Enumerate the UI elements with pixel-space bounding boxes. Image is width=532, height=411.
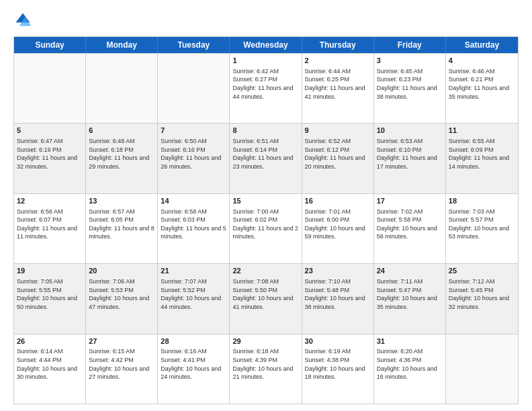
day-info: Sunrise: 6:52 AM Sunset: 6:12 PM Dayligh… bbox=[305, 137, 371, 171]
day-number: 20 bbox=[89, 266, 154, 276]
day-number: 7 bbox=[161, 126, 226, 136]
calendar-cell: 31Sunrise: 6:20 AM Sunset: 4:36 PM Dayli… bbox=[374, 334, 446, 404]
day-info: Sunrise: 7:02 AM Sunset: 5:58 PM Dayligh… bbox=[377, 208, 443, 241]
calendar-cell bbox=[86, 54, 158, 123]
day-number: 15 bbox=[232, 196, 298, 206]
day-number: 18 bbox=[449, 196, 515, 206]
day-info: Sunrise: 6:42 AM Sunset: 6:27 PM Dayligh… bbox=[232, 67, 298, 101]
calendar-cell: 13Sunrise: 6:57 AM Sunset: 6:05 PM Dayli… bbox=[86, 194, 158, 263]
day-number: 22 bbox=[232, 266, 298, 276]
day-info: Sunrise: 6:44 AM Sunset: 6:25 PM Dayligh… bbox=[305, 67, 371, 101]
day-info: Sunrise: 7:10 AM Sunset: 5:48 PM Dayligh… bbox=[305, 277, 371, 311]
day-info: Sunrise: 6:19 AM Sunset: 4:38 PM Dayligh… bbox=[305, 347, 371, 381]
day-number: 30 bbox=[305, 336, 371, 347]
calendar-cell: 9Sunrise: 6:52 AM Sunset: 6:12 PM Daylig… bbox=[302, 124, 374, 193]
calendar-cell: 14Sunrise: 6:58 AM Sunset: 6:03 PM Dayli… bbox=[158, 194, 230, 263]
calendar-cell: 4Sunrise: 6:46 AM Sunset: 6:21 PM Daylig… bbox=[446, 54, 518, 123]
calendar-cell: 20Sunrise: 7:06 AM Sunset: 5:53 PM Dayli… bbox=[86, 264, 158, 333]
logo bbox=[13, 11, 35, 30]
day-info: Sunrise: 6:50 AM Sunset: 6:16 PM Dayligh… bbox=[161, 137, 226, 171]
calendar-cell: 2Sunrise: 6:44 AM Sunset: 6:25 PM Daylig… bbox=[302, 54, 374, 123]
week-row-4: 26Sunrise: 6:14 AM Sunset: 4:44 PM Dayli… bbox=[14, 334, 518, 404]
calendar-cell: 26Sunrise: 6:14 AM Sunset: 4:44 PM Dayli… bbox=[14, 334, 86, 404]
day-info: Sunrise: 6:55 AM Sunset: 6:09 PM Dayligh… bbox=[449, 137, 515, 171]
week-row-3: 19Sunrise: 7:05 AM Sunset: 5:55 PM Dayli… bbox=[14, 263, 518, 333]
day-info: Sunrise: 6:58 AM Sunset: 6:03 PM Dayligh… bbox=[161, 208, 226, 241]
day-number: 29 bbox=[232, 336, 298, 347]
day-info: Sunrise: 6:56 AM Sunset: 6:07 PM Dayligh… bbox=[17, 208, 83, 241]
day-info: Sunrise: 6:45 AM Sunset: 6:23 PM Dayligh… bbox=[377, 67, 443, 101]
day-number: 5 bbox=[17, 126, 83, 136]
logo-icon bbox=[13, 11, 32, 30]
week-row-2: 12Sunrise: 6:56 AM Sunset: 6:07 PM Dayli… bbox=[14, 193, 518, 263]
calendar-cell: 29Sunrise: 6:18 AM Sunset: 4:39 PM Dayli… bbox=[230, 334, 302, 404]
day-info: Sunrise: 7:07 AM Sunset: 5:52 PM Dayligh… bbox=[161, 277, 226, 311]
calendar-cell: 15Sunrise: 7:00 AM Sunset: 6:02 PM Dayli… bbox=[230, 194, 302, 263]
header bbox=[13, 11, 519, 30]
day-info: Sunrise: 6:46 AM Sunset: 6:21 PM Dayligh… bbox=[449, 67, 515, 101]
day-number: 24 bbox=[377, 266, 443, 276]
calendar-cell: 18Sunrise: 7:03 AM Sunset: 5:57 PM Dayli… bbox=[446, 194, 518, 263]
calendar-cell: 6Sunrise: 6:48 AM Sunset: 6:18 PM Daylig… bbox=[86, 124, 158, 193]
day-number: 11 bbox=[449, 126, 515, 136]
day-info: Sunrise: 7:08 AM Sunset: 5:50 PM Dayligh… bbox=[232, 277, 298, 311]
day-info: Sunrise: 7:11 AM Sunset: 5:47 PM Dayligh… bbox=[377, 277, 443, 311]
day-header-monday: Monday bbox=[86, 37, 158, 53]
calendar-cell: 12Sunrise: 6:56 AM Sunset: 6:07 PM Dayli… bbox=[14, 194, 86, 263]
day-header-wednesday: Wednesday bbox=[230, 37, 302, 53]
calendar-cell bbox=[158, 54, 230, 123]
day-number: 9 bbox=[305, 126, 371, 136]
day-number: 13 bbox=[89, 196, 154, 206]
day-info: Sunrise: 6:16 AM Sunset: 4:41 PM Dayligh… bbox=[161, 347, 226, 381]
day-number: 6 bbox=[89, 126, 154, 136]
calendar-cell: 27Sunrise: 6:15 AM Sunset: 4:42 PM Dayli… bbox=[86, 334, 158, 404]
calendar-cell: 28Sunrise: 6:16 AM Sunset: 4:41 PM Dayli… bbox=[158, 334, 230, 404]
day-info: Sunrise: 7:01 AM Sunset: 6:00 PM Dayligh… bbox=[305, 208, 371, 241]
day-header-saturday: Saturday bbox=[446, 37, 518, 53]
calendar-cell: 11Sunrise: 6:55 AM Sunset: 6:09 PM Dayli… bbox=[446, 124, 518, 193]
calendar-body: 1Sunrise: 6:42 AM Sunset: 6:27 PM Daylig… bbox=[14, 53, 518, 404]
calendar-cell: 10Sunrise: 6:53 AM Sunset: 6:10 PM Dayli… bbox=[374, 124, 446, 193]
calendar-cell bbox=[446, 334, 518, 404]
day-number: 31 bbox=[377, 336, 443, 347]
day-number: 8 bbox=[232, 126, 298, 136]
calendar-cell: 24Sunrise: 7:11 AM Sunset: 5:47 PM Dayli… bbox=[374, 264, 446, 333]
day-number: 28 bbox=[161, 336, 226, 347]
day-header-friday: Friday bbox=[374, 37, 446, 53]
day-number: 1 bbox=[232, 56, 298, 66]
calendar-cell: 22Sunrise: 7:08 AM Sunset: 5:50 PM Dayli… bbox=[230, 264, 302, 333]
day-info: Sunrise: 7:12 AM Sunset: 5:45 PM Dayligh… bbox=[449, 277, 515, 311]
calendar-cell: 30Sunrise: 6:19 AM Sunset: 4:38 PM Dayli… bbox=[302, 334, 374, 404]
day-number: 19 bbox=[17, 266, 83, 276]
day-header-thursday: Thursday bbox=[302, 37, 374, 53]
day-number: 2 bbox=[305, 56, 371, 66]
calendar-cell: 21Sunrise: 7:07 AM Sunset: 5:52 PM Dayli… bbox=[158, 264, 230, 333]
calendar-cell: 5Sunrise: 6:47 AM Sunset: 6:19 PM Daylig… bbox=[14, 124, 86, 193]
day-info: Sunrise: 6:14 AM Sunset: 4:44 PM Dayligh… bbox=[17, 347, 83, 381]
page: SundayMondayTuesdayWednesdayThursdayFrid… bbox=[0, 0, 532, 411]
day-number: 12 bbox=[17, 196, 83, 206]
calendar-cell: 8Sunrise: 6:51 AM Sunset: 6:14 PM Daylig… bbox=[230, 124, 302, 193]
calendar: SundayMondayTuesdayWednesdayThursdayFrid… bbox=[13, 36, 519, 404]
day-number: 17 bbox=[377, 196, 443, 206]
calendar-cell: 25Sunrise: 7:12 AM Sunset: 5:45 PM Dayli… bbox=[446, 264, 518, 333]
day-info: Sunrise: 7:03 AM Sunset: 5:57 PM Dayligh… bbox=[449, 208, 515, 241]
day-number: 3 bbox=[377, 56, 443, 66]
day-info: Sunrise: 6:51 AM Sunset: 6:14 PM Dayligh… bbox=[232, 137, 298, 171]
day-info: Sunrise: 6:15 AM Sunset: 4:42 PM Dayligh… bbox=[89, 347, 154, 381]
calendar-cell: 16Sunrise: 7:01 AM Sunset: 6:00 PM Dayli… bbox=[302, 194, 374, 263]
day-info: Sunrise: 7:06 AM Sunset: 5:53 PM Dayligh… bbox=[89, 277, 154, 311]
day-info: Sunrise: 7:05 AM Sunset: 5:55 PM Dayligh… bbox=[17, 277, 83, 311]
day-info: Sunrise: 6:53 AM Sunset: 6:10 PM Dayligh… bbox=[377, 137, 443, 171]
day-info: Sunrise: 7:00 AM Sunset: 6:02 PM Dayligh… bbox=[232, 208, 298, 241]
day-number: 26 bbox=[17, 336, 83, 347]
day-number: 25 bbox=[449, 266, 515, 276]
calendar-cell: 7Sunrise: 6:50 AM Sunset: 6:16 PM Daylig… bbox=[158, 124, 230, 193]
week-row-1: 5Sunrise: 6:47 AM Sunset: 6:19 PM Daylig… bbox=[14, 123, 518, 193]
day-number: 14 bbox=[161, 196, 226, 206]
day-info: Sunrise: 6:57 AM Sunset: 6:05 PM Dayligh… bbox=[89, 208, 154, 241]
day-number: 10 bbox=[377, 126, 443, 136]
day-number: 27 bbox=[89, 336, 154, 347]
day-number: 21 bbox=[161, 266, 226, 276]
day-info: Sunrise: 6:48 AM Sunset: 6:18 PM Dayligh… bbox=[89, 137, 154, 171]
